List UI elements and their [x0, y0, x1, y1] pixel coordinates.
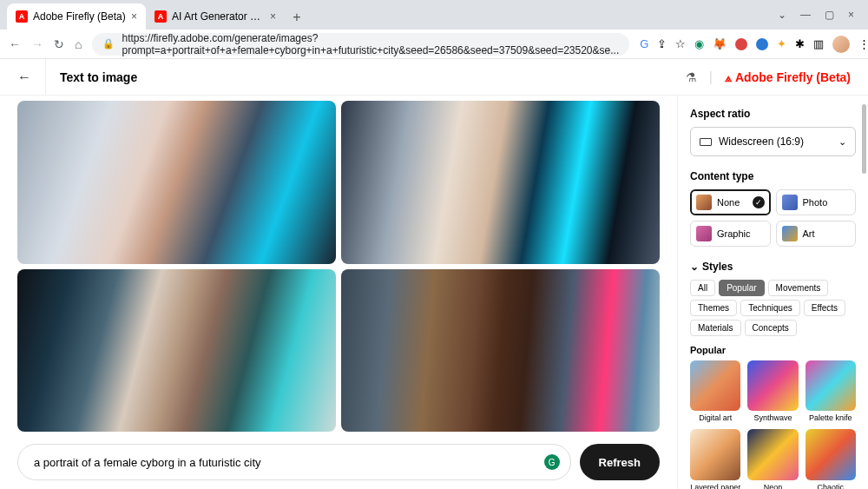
style-tab[interactable]: Concepts — [745, 320, 797, 336]
style-preset[interactable]: Neon — [747, 429, 798, 489]
page-title: Text to image — [60, 70, 137, 84]
back-icon[interactable]: ← — [9, 37, 21, 51]
maximize-icon[interactable]: ▢ — [825, 9, 834, 21]
url-input[interactable]: 🔒 https://firefly.adobe.com/generate/ima… — [92, 33, 629, 56]
home-icon[interactable]: ⌂ — [75, 37, 82, 51]
browser-tab[interactable]: A AI Art Generator – Adobe Firefly × — [146, 3, 285, 30]
style-thumb — [690, 360, 740, 411]
main-content: a portrait of a female cyborg in a futur… — [0, 96, 677, 489]
aspect-ratio-select[interactable]: Widescreen (16:9) ⌄ — [690, 127, 856, 156]
ext-icon[interactable]: ◉ — [694, 37, 704, 50]
image-grid — [17, 96, 660, 432]
style-tab[interactable]: Materials — [690, 320, 741, 336]
reload-icon[interactable]: ↻ — [54, 37, 64, 51]
content-type-option[interactable]: None✓ — [690, 189, 771, 215]
refresh-button[interactable]: Refresh — [580, 444, 660, 480]
tab-title: Adobe Firefly (Beta) — [33, 10, 126, 23]
aspect-ratio-title: Aspect ratio — [690, 108, 868, 120]
tab-title: AI Art Generator – Adobe Firefly — [172, 10, 265, 23]
style-label: Neon — [747, 483, 798, 489]
ext-icon[interactable]: 🦊 — [713, 37, 727, 50]
prompt-bar: a portrait of a female cyborg in a futur… — [17, 444, 660, 480]
style-grid: Digital artSynthwavePalette knifeLayered… — [690, 360, 856, 489]
style-preset[interactable]: Layered paper — [690, 429, 740, 489]
style-preset[interactable]: Chaotic — [806, 429, 856, 489]
url-text: https://firefly.adobe.com/generate/image… — [122, 32, 619, 56]
aspect-ratio-value: Widescreen (16:9) — [719, 135, 832, 148]
close-window-icon[interactable]: × — [848, 9, 854, 21]
content-type-label: None — [717, 197, 740, 208]
browser-tab-strip: A Adobe Firefly (Beta) × A AI Art Genera… — [0, 0, 868, 30]
ext-icon[interactable] — [735, 38, 747, 50]
check-icon: ✓ — [753, 196, 765, 208]
brand-logo[interactable]: ⟁ Adobe Firefly (Beta) — [725, 70, 851, 84]
sidepanel-icon[interactable]: ▥ — [813, 37, 824, 50]
new-tab-button[interactable]: + — [285, 5, 309, 30]
forward-icon: → — [31, 37, 43, 51]
content-type-thumb — [696, 226, 712, 241]
share-icon[interactable]: ⇪ — [657, 37, 667, 50]
style-tab[interactable]: Popular — [719, 280, 764, 296]
content-type-thumb — [696, 195, 712, 210]
window-controls: ⌄ — ▢ × — [778, 0, 861, 30]
prompt-input[interactable]: a portrait of a female cyborg in a futur… — [17, 444, 571, 480]
menu-icon[interactable]: ⋮ — [858, 37, 868, 50]
style-tab[interactable]: Movements — [768, 280, 829, 296]
grammarly-icon[interactable]: G — [544, 454, 560, 470]
generated-image[interactable] — [341, 269, 660, 433]
style-label: Palette knife — [806, 413, 856, 422]
content-type-label: Graphic — [717, 228, 751, 239]
content-type-thumb — [782, 195, 798, 210]
styles-toggle[interactable]: ⌄ Styles — [690, 261, 868, 273]
style-thumb — [747, 360, 798, 411]
content-type-grid: None✓PhotoGraphicArt — [690, 189, 856, 247]
extension-icons: G ⇪ ☆ ◉ 🦊 ✦ ✱ ▥ ⋮ — [640, 36, 868, 53]
brand-text: Adobe Firefly (Beta) — [735, 70, 851, 84]
style-label: Digital art — [690, 413, 740, 422]
style-thumb — [690, 429, 740, 479]
content-type-title: Content type — [690, 170, 868, 182]
generated-image[interactable] — [17, 269, 336, 433]
style-tab[interactable]: Themes — [690, 300, 737, 316]
style-preset[interactable]: Palette knife — [806, 360, 856, 422]
sidebar: Aspect ratio Widescreen (16:9) ⌄ Content… — [677, 96, 868, 489]
ext-icon[interactable] — [756, 38, 768, 50]
google-icon[interactable]: G — [640, 37, 648, 50]
style-tab[interactable]: All — [690, 280, 715, 296]
back-arrow-icon[interactable]: ← — [17, 59, 46, 95]
profile-avatar[interactable] — [832, 36, 850, 53]
styles-title: Styles — [702, 261, 733, 273]
widescreen-icon — [700, 138, 712, 146]
style-tabs: AllPopularMovementsThemesTechniquesEffec… — [690, 280, 856, 336]
style-label: Chaotic — [806, 483, 856, 489]
adobe-logo-icon: ⟁ — [725, 70, 732, 84]
content-type-label: Art — [803, 228, 815, 239]
content-type-thumb — [782, 226, 798, 241]
chevron-down-icon[interactable]: ⌄ — [778, 9, 786, 21]
lock-icon: 🔒 — [102, 38, 115, 50]
content-type-option[interactable]: Photo — [776, 189, 857, 215]
star-icon[interactable]: ☆ — [675, 37, 686, 50]
browser-tab-active[interactable]: A Adobe Firefly (Beta) × — [7, 3, 146, 30]
ext-icon[interactable]: ✦ — [777, 37, 786, 50]
style-tab[interactable]: Effects — [804, 300, 845, 316]
chevron-down-icon: ⌄ — [838, 136, 846, 148]
style-label: Synthwave — [747, 413, 798, 422]
generated-image[interactable] — [341, 101, 660, 264]
chevron-down-icon: ⌄ — [690, 261, 699, 273]
style-preset[interactable]: Digital art — [690, 360, 740, 422]
minimize-icon[interactable]: — — [800, 9, 811, 21]
style-tab[interactable]: Techniques — [740, 300, 800, 316]
app-header: ← Text to image ⚗ | ⟁ Adobe Firefly (Bet… — [0, 59, 868, 96]
style-preset[interactable]: Synthwave — [747, 360, 798, 422]
generated-image[interactable] — [17, 101, 336, 264]
extensions-icon[interactable]: ✱ — [795, 37, 805, 50]
firefly-favicon: A — [16, 10, 28, 23]
content-type-option[interactable]: Art — [776, 221, 857, 247]
close-icon[interactable]: × — [270, 10, 276, 23]
close-icon[interactable]: × — [131, 10, 137, 23]
content-type-label: Photo — [803, 197, 828, 208]
style-thumb — [806, 429, 856, 479]
content-type-option[interactable]: Graphic — [690, 221, 771, 247]
beaker-icon[interactable]: ⚗ — [686, 70, 697, 84]
